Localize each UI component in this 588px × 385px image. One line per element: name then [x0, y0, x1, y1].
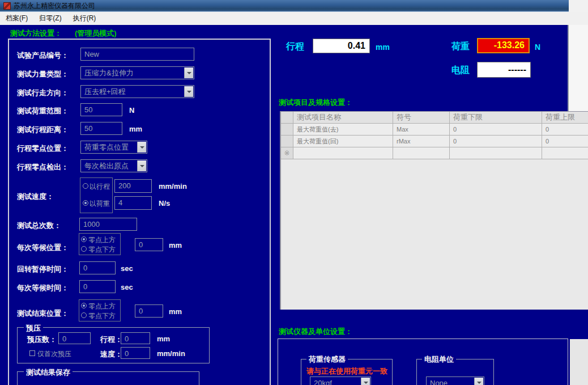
cell-name[interactable]: 最大荷重值(回)	[293, 136, 393, 147]
combo-load-cell[interactable]: 20kgf	[310, 376, 371, 385]
combo-force-type-value: 压缩力&拉伸力	[84, 69, 134, 77]
input-turn-pause[interactable]: 0	[79, 261, 116, 274]
cell-name[interactable]: 最大荷重值(去)	[293, 124, 393, 136]
unit-preload-speed: mm/min	[157, 349, 185, 358]
input-total-count[interactable]: 1000	[79, 218, 137, 231]
cell-upper[interactable]: 0	[542, 124, 588, 136]
unit-wait-position: mm	[169, 241, 182, 249]
menu-bar: 档案(F) 归零(Z) 执行(R)	[0, 12, 588, 25]
spec-col-symbol[interactable]: 符号	[393, 112, 450, 124]
unit-speed-by-load: N/s	[159, 199, 170, 208]
checkbox-first-preload-only-label: 仅首次预压	[37, 349, 71, 359]
readout-stroke-value: 0.41	[313, 39, 370, 53]
new-row-marker[interactable]: ※	[281, 147, 293, 159]
table-row: 最大荷重值(去) Max 0 0	[281, 124, 588, 136]
unit-end-position: mm	[169, 307, 182, 316]
cell-symbol[interactable]: rMax	[393, 136, 450, 147]
input-wait-position[interactable]: 0	[135, 238, 163, 251]
cell-lower[interactable]: 0	[450, 136, 542, 147]
label-total-count: 测试总次数：	[17, 221, 61, 231]
chevron-down-icon[interactable]	[184, 67, 193, 78]
label-product-no: 试验产品编号：	[17, 50, 69, 61]
checkbox-first-preload-only[interactable]	[29, 350, 35, 356]
background-strip-bottom	[570, 339, 588, 385]
combo-force-type[interactable]: 压缩力&拉伸力	[80, 66, 194, 79]
readout-resistance-label: 电阻	[451, 65, 470, 77]
label-preload-speed: 速度：	[100, 349, 122, 359]
admin-mode-badge: (管理员模式)	[75, 28, 117, 39]
label-direction: 测试行走方向：	[17, 88, 69, 98]
menu-item-zero[interactable]: 归零(Z)	[33, 12, 67, 25]
combo-direction[interactable]: 压去程+回程	[80, 85, 194, 98]
chevron-down-icon[interactable]	[361, 378, 370, 385]
readout-stroke-label: 行程	[286, 41, 304, 53]
chevron-down-icon[interactable]	[474, 378, 483, 385]
chevron-down-icon[interactable]	[137, 142, 146, 153]
input-speed-by-stroke[interactable]: 200	[114, 179, 152, 193]
input-preload-stroke[interactable]: 0	[121, 332, 150, 344]
label-turn-pause: 回转暂停时间：	[17, 264, 69, 274]
readout-load-value: -133.26	[477, 38, 530, 53]
cell-empty[interactable]	[293, 147, 393, 159]
radio-speed-by-stroke[interactable]	[83, 183, 88, 189]
table-new-row: ※	[281, 147, 588, 159]
label-load-range: 测试荷重范围：	[17, 106, 69, 116]
radio-speed-by-load-label: 以荷重	[90, 199, 110, 209]
app-window: 苏州永上精密仪器有限公司 档案(F) 归零(Z) 执行(R) 测试方法设置： (…	[0, 0, 588, 385]
input-preload-count[interactable]: 0	[58, 332, 91, 344]
label-wait-time: 每次等候时间：	[17, 283, 69, 293]
label-stroke-distance: 测试行程距离：	[17, 125, 69, 135]
radio-end-above-zero[interactable]	[81, 303, 87, 308]
unit-load-range: N	[129, 106, 134, 115]
window-right-border	[568, 25, 569, 112]
input-product-no[interactable]: New	[80, 48, 194, 61]
unit-preload-stroke: mm	[157, 335, 170, 343]
row-selector[interactable]	[281, 124, 293, 136]
combo-zero-detect[interactable]: 每次检出原点	[80, 159, 147, 172]
spec-col-upper[interactable]: 荷重上限	[542, 112, 588, 124]
chevron-down-icon[interactable]	[184, 86, 193, 97]
label-preload-stroke: 行程：	[100, 335, 122, 345]
cell-symbol[interactable]: Max	[393, 124, 450, 136]
input-preload-speed[interactable]: 0	[121, 347, 150, 359]
input-stroke-distance[interactable]: 50	[80, 122, 122, 135]
radio-wait-above-zero-label: 零点上方	[88, 235, 116, 245]
input-wait-time[interactable]: 0	[79, 280, 116, 293]
readout-load-unit: N	[535, 43, 540, 52]
combo-zero-position[interactable]: 荷重零点位置	[80, 141, 147, 154]
readout-load-label: 荷重	[451, 41, 470, 53]
radio-end-below-zero[interactable]	[81, 312, 87, 318]
radio-speed-by-load[interactable]	[83, 200, 88, 206]
cell-upper[interactable]: 0	[542, 136, 588, 147]
label-preload-count: 预压数：	[27, 335, 57, 345]
radio-wait-above-zero[interactable]	[81, 236, 87, 242]
menu-item-run[interactable]: 执行(R)	[67, 12, 102, 25]
input-end-position[interactable]: 0	[135, 304, 163, 318]
row-selector[interactable]	[281, 136, 293, 147]
background-strip-top	[569, 25, 588, 112]
radio-wait-below-zero[interactable]	[81, 246, 87, 252]
spec-col-lower[interactable]: 荷重下限	[450, 112, 542, 124]
window-title: 苏州永上精密仪器有限公司	[14, 1, 95, 11]
chevron-down-icon[interactable]	[137, 160, 146, 171]
resistance-unit-group-title: 电阻单位	[422, 354, 456, 365]
readout-resistance-value: ------	[477, 62, 531, 78]
menu-item-file[interactable]: 档案(F)	[0, 12, 33, 25]
radio-speed-by-stroke-label: 以行程	[90, 182, 110, 192]
radio-wait-below-zero-label: 零点下方	[88, 245, 116, 255]
input-speed-by-load[interactable]: 4	[114, 196, 152, 210]
spec-table-panel: 测试项目名称 符号 荷重下限 荷重上限 最大荷重值(去) Max 0 0 最大荷…	[280, 111, 588, 310]
cell-empty[interactable]	[450, 147, 542, 159]
input-load-range[interactable]: 50	[80, 103, 122, 116]
cell-empty[interactable]	[542, 147, 588, 159]
cell-empty[interactable]	[393, 147, 450, 159]
combo-resistance-unit[interactable]: None	[426, 376, 484, 385]
preload-group-title: 预压	[24, 323, 43, 333]
spec-table-corner	[281, 112, 293, 124]
radio-end-above-zero-label: 零点上方	[88, 302, 116, 311]
label-end-position: 测试结束位置：	[17, 308, 69, 319]
spec-table-header-row: 测试项目名称 符号 荷重下限 荷重上限	[281, 112, 588, 124]
spec-col-name[interactable]: 测试项目名称	[293, 112, 393, 124]
unit-turn-pause: sec	[121, 264, 133, 273]
cell-lower[interactable]: 0	[450, 124, 542, 136]
